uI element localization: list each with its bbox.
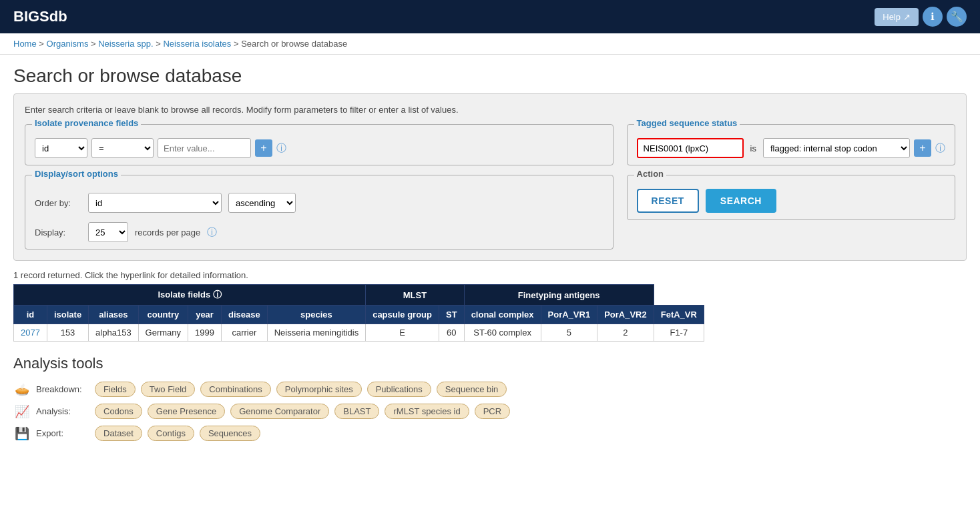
breadcrumb-current: Search or browse database xyxy=(241,39,347,49)
col-aliases: aliases xyxy=(89,306,139,324)
order-direction-select[interactable]: ascending descending xyxy=(228,193,296,213)
help-button[interactable]: Help ↗ xyxy=(875,8,919,26)
breadcrumb-home[interactable]: Home xyxy=(13,39,37,49)
cell-pora-vr1: 5 xyxy=(541,324,597,342)
breakdown-combinations[interactable]: Combinations xyxy=(200,382,271,397)
col-isolate: isolate xyxy=(47,306,88,324)
cell-year: 1999 xyxy=(188,324,222,342)
analysis-gene-presence[interactable]: Gene Presence xyxy=(148,404,225,419)
mlst-header: MLST xyxy=(366,285,464,306)
breakdown-row: 🥧 Breakdown: Fields Two Field Combinatio… xyxy=(13,382,967,397)
isolate-fields-header: Isolate fields ⓘ xyxy=(14,285,366,306)
display-info-icon[interactable]: ⓘ xyxy=(207,226,217,239)
breadcrumb: Home > Organisms > Neisseria spp. > Neis… xyxy=(0,33,980,55)
analysis-codons[interactable]: Codons xyxy=(95,404,142,419)
isolate-add-button[interactable]: + xyxy=(255,139,272,157)
display-label: Display: xyxy=(35,227,81,237)
analysis-blast[interactable]: BLAST xyxy=(334,404,379,419)
cell-country: Germany xyxy=(138,324,188,342)
page-title: Search or browse database xyxy=(0,55,980,93)
id-link[interactable]: 2077 xyxy=(21,328,40,338)
col-pora-vr2: PorA_VR2 xyxy=(597,306,654,324)
tagged-operator-label: is xyxy=(748,141,759,156)
order-by-select[interactable]: id isolate country year xyxy=(88,193,222,213)
export-dataset[interactable]: Dataset xyxy=(95,426,142,441)
analysis-tools-title: Analysis tools xyxy=(13,355,967,372)
top-icons-area: Help ↗ ℹ 🔧 xyxy=(875,7,967,27)
export-sequences[interactable]: Sequences xyxy=(200,426,260,441)
analysis-pcr[interactable]: PCR xyxy=(475,404,510,419)
col-capsule-group: capsule group xyxy=(366,306,439,324)
cell-disease: carrier xyxy=(222,324,268,342)
reset-button[interactable]: RESET xyxy=(637,189,699,213)
per-page-select[interactable]: 10 25 50 100 xyxy=(88,222,128,242)
results-message: 1 record returned. Click the hyperlink f… xyxy=(0,261,980,284)
cell-aliases: alpha153 xyxy=(89,324,139,342)
analysis-icon: 📈 xyxy=(13,404,31,419)
wrench-icon: 🔧 xyxy=(951,11,963,23)
records-per-page-label: records per page xyxy=(135,227,200,237)
breakdown-polymorphic-sites[interactable]: Polymorphic sites xyxy=(276,382,362,397)
cell-species: Neisseria meningitidis xyxy=(267,324,365,342)
search-panel: Enter search criteria or leave blank to … xyxy=(13,93,967,261)
isolate-provenance-fieldset: Isolate provenance fields id isolate cou… xyxy=(25,124,614,165)
help-label: Help xyxy=(883,12,901,22)
breakdown-icon: 🥧 xyxy=(13,382,31,397)
analysis-label: Analysis: xyxy=(36,406,89,416)
analysis-rmlst[interactable]: rMLST species id xyxy=(385,404,469,419)
tagged-status-select[interactable]: flagged: internal stop codon any flagged… xyxy=(763,138,910,158)
search-button[interactable]: SEARCH xyxy=(706,189,776,213)
external-link-icon: ↗ xyxy=(903,12,911,22)
finetyping-header: Finetyping antigens xyxy=(464,285,654,306)
tagged-sequence-legend: Tagged sequence status xyxy=(634,118,740,128)
isolate-operator-select[interactable]: = contains starts with ends with > < NOT xyxy=(91,138,154,158)
settings-icon-button[interactable]: 🔧 xyxy=(947,7,967,27)
tagged-add-button[interactable]: + xyxy=(914,139,931,157)
cell-isolate: 153 xyxy=(47,324,88,342)
cell-pora-vr2: 2 xyxy=(597,324,654,342)
export-row: 💾 Export: Dataset Contigs Sequences xyxy=(13,426,967,441)
col-id: id xyxy=(14,306,47,324)
isolate-value-input[interactable] xyxy=(158,138,251,158)
col-country: country xyxy=(138,306,188,324)
breadcrumb-organisms[interactable]: Organisms xyxy=(47,39,89,49)
data-table: Isolate fields ⓘ MLST Finetyping antigen… xyxy=(13,284,704,342)
breakdown-publications[interactable]: Publications xyxy=(367,382,431,397)
tagged-info-icon[interactable]: ⓘ xyxy=(935,142,945,155)
app-title: BIGSdb xyxy=(13,8,67,25)
analysis-tools: Analysis tools 🥧 Breakdown: Fields Two F… xyxy=(0,342,980,454)
col-st: ST xyxy=(439,306,465,324)
action-fieldset: Action RESET SEARCH xyxy=(627,175,955,220)
panel-description: Enter search criteria or leave blank to … xyxy=(25,105,955,115)
cell-feta-vr: F1-7 xyxy=(654,324,704,342)
isolate-info-icon[interactable]: ⓘ xyxy=(276,142,286,155)
action-legend: Action xyxy=(634,169,666,179)
isolate-provenance-legend: Isolate provenance fields xyxy=(32,118,141,128)
info-icon-button[interactable]: ℹ xyxy=(923,7,943,27)
breadcrumb-neisseria-spp[interactable]: Neisseria spp. xyxy=(98,39,153,49)
cell-id: 2077 xyxy=(14,324,47,342)
col-year: year xyxy=(188,306,222,324)
breadcrumb-neisseria-isolates[interactable]: Neisseria isolates xyxy=(163,39,231,49)
export-label: Export: xyxy=(36,428,89,438)
cell-clonal-complex: ST-60 complex xyxy=(464,324,541,342)
col-feta-vr: FetA_VR xyxy=(654,306,704,324)
data-table-wrapper: Isolate fields ⓘ MLST Finetyping antigen… xyxy=(0,284,980,342)
breakdown-two-field[interactable]: Two Field xyxy=(141,382,196,397)
order-by-label: Order by: xyxy=(35,198,81,208)
export-contigs[interactable]: Contigs xyxy=(148,426,194,441)
isolate-field-select[interactable]: id isolate country year disease species xyxy=(35,138,87,158)
display-sort-fieldset: Display/sort options Order by: id isolat… xyxy=(25,175,614,249)
analysis-row: 📈 Analysis: Codons Gene Presence Genome … xyxy=(13,404,967,419)
display-sort-legend: Display/sort options xyxy=(32,169,121,179)
tagged-locus-input[interactable] xyxy=(637,138,744,158)
export-icon: 💾 xyxy=(13,426,31,441)
analysis-genome-comparator[interactable]: Genome Comparator xyxy=(230,404,329,419)
breakdown-sequence-bin[interactable]: Sequence bin xyxy=(437,382,507,397)
col-disease: disease xyxy=(222,306,268,324)
info-symbol: ℹ xyxy=(931,11,935,23)
breakdown-fields[interactable]: Fields xyxy=(95,382,136,397)
col-species: species xyxy=(267,306,365,324)
col-pora-vr1: PorA_VR1 xyxy=(541,306,597,324)
app-header: BIGSdb xyxy=(0,0,980,33)
